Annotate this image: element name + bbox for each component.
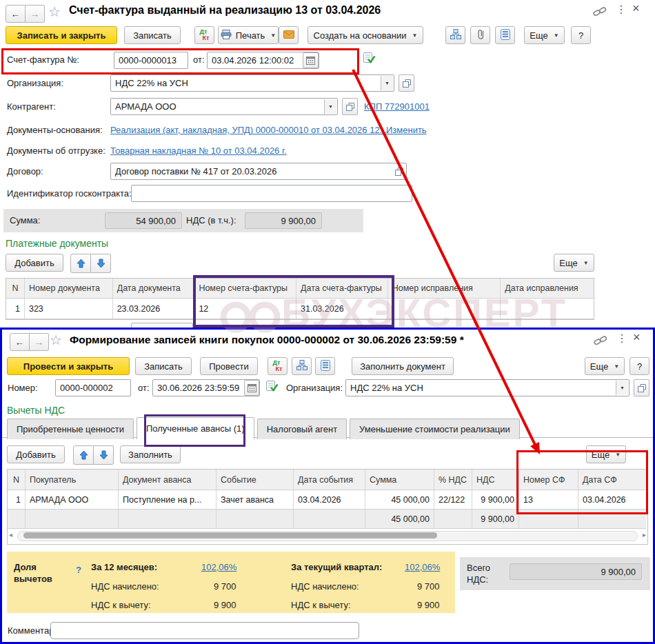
scrollbar-thumb[interactable] — [23, 532, 437, 539]
percent-quarter-link[interactable]: 102,06% — [405, 562, 440, 572]
back-button[interactable]: ← — [6, 5, 26, 23]
invoice-number-input[interactable]: 0000-0000013 — [114, 52, 188, 69]
col-header: Покупатель — [26, 470, 119, 490]
attachments-button[interactable] — [470, 26, 490, 44]
favorite-star-icon[interactable]: ☆ — [50, 332, 62, 348]
move-up-button[interactable] — [73, 445, 94, 465]
change-link[interactable]: Изменить — [386, 125, 427, 135]
post-and-close-button[interactable]: Провести и закрыть — [7, 357, 130, 375]
calendar-picker-button[interactable] — [303, 52, 319, 68]
cell: 9 900,00 — [472, 490, 519, 510]
fill-document-button[interactable]: Заполнить документ — [352, 357, 454, 375]
cell — [434, 510, 472, 529]
table-more-button[interactable]: Еще▼ — [554, 254, 594, 272]
related-documents-button[interactable] — [445, 26, 465, 44]
gov-contract-id-input[interactable] — [131, 185, 412, 202]
contract-input[interactable]: Договор поставки № 417 от 20.03.2026 — [110, 163, 407, 180]
tab-acquired-values[interactable]: Приобретенные ценности — [7, 419, 134, 439]
contract-label: Договор: — [7, 166, 43, 177]
combo-caret-icon[interactable]: ▼ — [324, 99, 336, 114]
calendar-picker-button[interactable] — [244, 380, 259, 396]
shipping-documents-link[interactable]: Товарная накладная № 10 от 03.04.2026 г. — [110, 145, 287, 156]
period-12m-label: За 12 месяцев: — [91, 562, 157, 572]
kpp-link[interactable]: КПП 772901001 — [364, 101, 430, 112]
post-button[interactable]: Провести — [200, 357, 258, 375]
back-button[interactable]: ← — [10, 333, 30, 351]
calendar-icon — [306, 56, 315, 65]
get-link-icon[interactable] — [593, 6, 607, 21]
tab-bar: Приобретенные ценности Полученные авансы… — [7, 417, 523, 439]
tab-tax-agent[interactable]: Налоговый агент — [257, 419, 347, 439]
total-vat-label-line2: НДС: — [467, 574, 488, 585]
base-documents-link[interactable]: Реализация (акт, накладная, УПД) 0000-00… — [110, 125, 387, 135]
related-documents-button[interactable] — [292, 357, 312, 375]
send-email-button[interactable] — [279, 26, 299, 44]
cell — [294, 510, 365, 529]
cell: 03.04.2026 — [578, 490, 646, 510]
dtkt-postings-button[interactable]: ДтКт — [194, 26, 214, 44]
vat-deduct-label: НДС к вычету: — [291, 600, 351, 610]
col-header: N — [6, 279, 25, 299]
more-actions-button[interactable]: Еще▼ — [585, 357, 625, 375]
scrollbar-track[interactable] — [17, 531, 638, 541]
help-question-icon[interactable]: ? — [76, 565, 81, 575]
forward-button[interactable]: → — [30, 333, 49, 351]
open-form-icon[interactable] — [395, 168, 403, 178]
move-down-button[interactable] — [91, 254, 111, 273]
payment-documents-table: N Номер документа Дата документа Номер с… — [6, 278, 594, 320]
create-based-on-button[interactable]: Создать на основании▼ — [308, 26, 423, 44]
cell — [388, 299, 501, 319]
table-more-button[interactable]: Еще▼ — [586, 445, 626, 463]
move-up-button[interactable] — [70, 254, 91, 273]
organization-open-button[interactable] — [634, 379, 649, 396]
get-link-icon[interactable] — [594, 334, 607, 350]
reports-button[interactable] — [315, 357, 335, 375]
save-button[interactable]: Записать — [135, 357, 192, 375]
number-input[interactable]: 0000-000002 — [55, 379, 131, 396]
table-row[interactable]: 1 323 23.03.2026 12 31.03.2026 — [6, 299, 594, 319]
organization-combo[interactable]: НДС 22% на УСН ▼ — [110, 74, 394, 92]
add-row-button[interactable]: Добавить — [6, 254, 63, 272]
advances-table: N Покупатель Документ аванса Событие Дат… — [7, 469, 648, 545]
horizontal-scrollbar[interactable]: ◂ ▸ — [8, 529, 647, 543]
tab-received-advances[interactable]: Полученные авансы (1) — [137, 417, 254, 439]
help-button[interactable]: ? — [629, 357, 649, 375]
deduction-share-panel: Доля вычетов ? За 12 месяцев: 102,06% НД… — [7, 552, 455, 613]
contractor-combo[interactable]: АРМАДА ООО ▼ — [110, 98, 338, 115]
vat-accrued-label: НДС начислено: — [291, 581, 359, 592]
dtkt-postings-button[interactable]: ДтКт — [268, 357, 288, 375]
period-quarter-label: За текущий квартал: — [291, 562, 382, 572]
more-label: Еще — [590, 361, 608, 372]
close-window-icon[interactable]: × — [632, 1, 640, 16]
help-button[interactable]: ? — [571, 26, 591, 44]
save-button[interactable]: Записать — [124, 26, 181, 44]
print-button[interactable]: Печать▼ — [218, 26, 279, 44]
organization-open-button[interactable] — [399, 74, 414, 92]
forward-button[interactable]: → — [26, 5, 45, 23]
purchase-book-window: ← → ☆ Формирование записей книги покупок… — [0, 328, 655, 644]
combo-caret-icon[interactable]: ▼ — [616, 381, 628, 395]
move-down-button[interactable] — [94, 445, 114, 465]
fill-button[interactable]: Заполнить — [120, 445, 181, 463]
sum-label: Сумма: — [10, 215, 40, 225]
add-row-button[interactable]: Добавить — [7, 445, 65, 463]
paperclip-icon — [476, 29, 485, 42]
tab-sales-cost-reduction[interactable]: Уменьшение стоимости реализации — [350, 419, 520, 439]
contractor-open-button[interactable] — [342, 98, 358, 115]
close-window-icon[interactable]: × — [633, 330, 641, 345]
scroll-right-icon[interactable]: ▸ — [643, 531, 646, 539]
combo-caret-icon[interactable]: ▼ — [381, 76, 393, 90]
favorite-star-icon[interactable]: ☆ — [48, 3, 61, 20]
reports-button[interactable] — [495, 26, 515, 44]
more-menu-dots-icon[interactable]: ⋮ — [616, 3, 627, 16]
invoice-window: ← → ☆ Счет-фактура выданный на реализаци… — [0, 0, 655, 328]
scroll-left-icon[interactable]: ◂ — [9, 531, 12, 539]
save-and-close-button[interactable]: Записать и закрыть — [6, 26, 117, 44]
comment-input[interactable] — [50, 622, 359, 639]
organization-combo[interactable]: НДС 22% на УСН ▼ — [345, 379, 629, 396]
table-row[interactable]: 1 АРМАДА ООО Поступление на р... Зачет а… — [8, 490, 647, 510]
percent-12m-link[interactable]: 102,06% — [201, 562, 236, 572]
cell: 23.03.2026 — [113, 299, 195, 319]
more-menu-dots-icon[interactable]: ⋮ — [616, 332, 627, 345]
more-actions-button[interactable]: Еще▼ — [524, 26, 565, 44]
